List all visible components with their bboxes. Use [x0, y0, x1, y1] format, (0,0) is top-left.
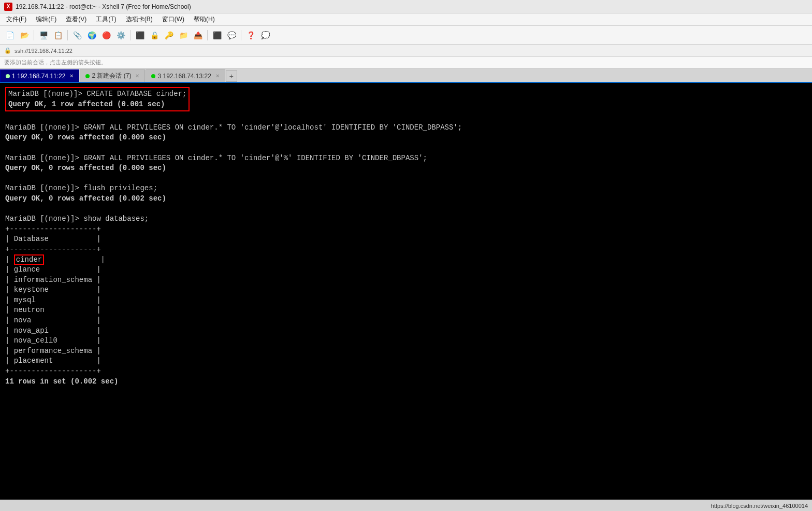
toolbar-paste[interactable]: 🌍 [85, 29, 98, 42]
tab-1-label: 1 192.168.74.11:22 [12, 73, 65, 80]
menu-file[interactable]: 文件(F) [2, 14, 31, 25]
toolbar-btn8[interactable]: 🔑 [162, 29, 176, 42]
app-icon: X [4, 3, 12, 11]
tab-1[interactable]: 1 192.168.74.11:22 ✕ [0, 69, 79, 82]
toolbar-btn12[interactable]: 💬 [225, 29, 238, 42]
session-lock-icon: 🔒 [4, 47, 11, 54]
toolbar-btn5[interactable]: ⚙️ [114, 29, 127, 42]
tab-1-dot [6, 74, 10, 78]
toolbar-copy[interactable]: 📎 [70, 29, 84, 42]
menu-window[interactable]: 窗口(W) [158, 14, 189, 25]
tabs-bar: 1 192.168.74.11:22 ✕ 2 新建会话 (7) ✕ 3 192.… [0, 68, 812, 83]
toolbar-open[interactable]: 📂 [18, 29, 31, 42]
session-address: ssh://192.168.74.11:22 [15, 48, 72, 54]
toolbar-btn13[interactable]: 💭 [258, 29, 272, 42]
toolbar-btn6[interactable]: ⬛ [133, 29, 147, 42]
add-session-bar: 要添加当前会话，点击左侧的箭头按钮。 [0, 57, 812, 68]
toolbar-btn10[interactable]: 📤 [191, 29, 205, 42]
tab-add-button[interactable]: + [226, 70, 237, 82]
status-right: https://blog.csdn.net/weixin_46100014 [711, 503, 808, 509]
menu-tools[interactable]: 工具(T) [92, 14, 120, 25]
tab-2-close[interactable]: ✕ [135, 73, 139, 79]
toolbar-sep5 [241, 30, 241, 40]
toolbar: 📄 📂 🖥️ 📋 📎 🌍 🔴 ⚙️ ⬛ 🔒 🔑 📁 📤 ⬛ 💬 ❓ 💭 [0, 26, 812, 45]
status-bar: https://blog.csdn.net/weixin_46100014 [0, 500, 812, 511]
toolbar-sep4 [207, 30, 208, 40]
toolbar-btn11[interactable]: ⬛ [210, 29, 224, 42]
add-session-hint: 要添加当前会话，点击左侧的箭头按钮。 [4, 59, 107, 66]
tab-2[interactable]: 2 新建会话 (7) ✕ [80, 69, 145, 82]
toolbar-new[interactable]: 📄 [3, 29, 17, 42]
tab-3-label: 3 192.168.74.13:22 [157, 73, 211, 80]
menu-edit[interactable]: 编辑(E) [32, 14, 61, 25]
tab-2-dot [85, 74, 90, 78]
session-bar: 🔒 ssh://192.168.74.11:22 [0, 45, 812, 57]
toolbar-sep2 [67, 30, 68, 40]
toolbar-btn4[interactable]: 🔴 [99, 29, 113, 42]
toolbar-btn2[interactable]: 🖥️ [37, 29, 50, 42]
menu-view[interactable]: 查看(V) [62, 14, 91, 25]
tab-2-label: 2 新建会话 (7) [92, 72, 131, 80]
title-bar: X 192.168.74.11:22 - root@ct:~ - Xshell … [0, 0, 812, 13]
toolbar-btn3[interactable]: 📋 [51, 29, 65, 42]
toolbar-sep1 [34, 30, 34, 40]
menu-bar: 文件(F) 编辑(E) 查看(V) 工具(T) 选项卡(B) 窗口(W) 帮助(… [0, 13, 812, 26]
toolbar-btn9[interactable]: 📁 [177, 29, 190, 42]
terminal-area[interactable]: MariaDB [(none)]> CREATE DATABASE cinder… [0, 83, 812, 500]
toolbar-sep3 [130, 30, 130, 40]
tab-3-dot [151, 74, 155, 78]
toolbar-btn7[interactable]: 🔒 [148, 29, 161, 42]
menu-help[interactable]: 帮助(H) [190, 14, 219, 25]
menu-tabs[interactable]: 选项卡(B) [122, 14, 157, 25]
toolbar-help[interactable]: ❓ [244, 29, 257, 42]
tab-3-close[interactable]: ✕ [215, 73, 220, 79]
tab-3[interactable]: 3 192.168.74.13:22 ✕ [146, 69, 225, 82]
tab-1-close[interactable]: ✕ [69, 73, 74, 79]
window-title: 192.168.74.11:22 - root@ct:~ - Xshell 7 … [16, 3, 191, 10]
